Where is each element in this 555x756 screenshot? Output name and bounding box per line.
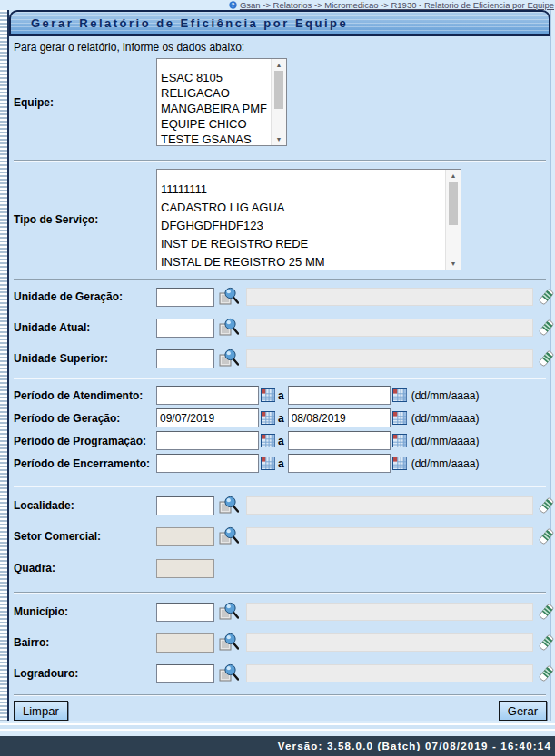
periodo-programacao-from-input[interactable] xyxy=(156,431,259,450)
search-icon[interactable] xyxy=(219,287,239,307)
tipo-servico-label: Tipo de Serviço: xyxy=(14,213,156,226)
bairro-input xyxy=(156,633,214,653)
municipio-label: Município: xyxy=(14,605,156,618)
range-separator: a xyxy=(278,457,284,470)
scrollbar[interactable]: ▲ ▼ xyxy=(271,59,286,145)
list-item[interactable]: 11111111 xyxy=(157,181,461,199)
list-item[interactable]: INST DE REGISTRO REDE xyxy=(157,235,461,253)
help-icon[interactable] xyxy=(229,1,237,9)
scroll-up-arrow[interactable]: ▲ xyxy=(446,170,461,182)
quadra-input xyxy=(156,559,214,578)
date-format-hint: (dd/mm/aaaa) xyxy=(411,412,480,425)
periodo-encerramento-row: Período de Encerramento: a (dd/mm/aaaa) xyxy=(9,452,550,475)
search-icon[interactable] xyxy=(219,496,239,515)
page-title-bar: Gerar Relatório de Eficiência por Equipe xyxy=(9,10,550,36)
setor-comercial-description xyxy=(246,527,533,545)
section-divider xyxy=(14,160,546,161)
list-item[interactable] xyxy=(157,170,461,181)
scroll-up-arrow[interactable]: ▲ xyxy=(272,59,286,71)
periodo-programacao-label: Período de Programação: xyxy=(14,435,156,447)
date-format-hint: (dd/mm/aaaa) xyxy=(411,457,480,470)
eraser-icon[interactable] xyxy=(539,527,554,546)
localidade-label: Localidade: xyxy=(14,499,156,512)
list-item[interactable]: EQUIPE CHICO xyxy=(157,116,286,132)
search-icon[interactable] xyxy=(219,318,239,338)
localidade-input[interactable] xyxy=(156,496,214,515)
search-icon[interactable] xyxy=(219,526,239,546)
periodo-encerramento-from-input[interactable] xyxy=(156,454,259,473)
calendar-icon[interactable] xyxy=(392,411,407,425)
equipe-listbox[interactable]: ESAC 8105 RELIGACAO MANGABEIRA PMF EQUIP… xyxy=(156,58,287,146)
limpar-button[interactable]: Limpar xyxy=(14,701,68,721)
periodo-encerramento-to-input[interactable] xyxy=(288,454,391,473)
list-item[interactable]: TESTE GSANAS xyxy=(157,132,286,146)
equipe-label: Equipe: xyxy=(14,96,156,109)
unidade-geracao-input[interactable] xyxy=(156,288,214,307)
scrollbar-thumb[interactable] xyxy=(449,182,458,225)
eraser-icon[interactable] xyxy=(539,496,554,515)
scrollbar-thumb[interactable] xyxy=(274,71,283,109)
logradouro-input[interactable] xyxy=(156,664,214,683)
search-icon[interactable] xyxy=(219,602,239,622)
list-item[interactable]: ESAC 8105 xyxy=(157,70,286,85)
eraser-icon[interactable] xyxy=(539,603,554,622)
eraser-icon[interactable] xyxy=(539,288,554,307)
unidade-superior-label: Unidade Superior: xyxy=(14,352,156,365)
list-item[interactable]: MANGABEIRA PMF xyxy=(157,101,286,116)
list-item[interactable]: RELIGACAO xyxy=(157,85,286,101)
search-icon[interactable] xyxy=(219,349,239,368)
equipe-row: Equipe: ESAC 8105 RELIGACAO MANGABEIRA P… xyxy=(9,57,550,147)
municipio-input[interactable] xyxy=(156,603,214,622)
setor-comercial-input xyxy=(156,527,214,546)
eraser-icon[interactable] xyxy=(539,664,554,683)
calendar-icon[interactable] xyxy=(392,434,407,447)
periodo-programacao-row: Período de Programação: a (dd/mm/aaaa) xyxy=(9,429,550,452)
bairro-description xyxy=(246,633,533,652)
tipo-servico-listbox[interactable]: 11111111 CADASTRO LIG AGUA DFGHGDFHDF123… xyxy=(156,169,461,270)
range-separator: a xyxy=(278,435,284,447)
gerar-button[interactable]: Gerar xyxy=(499,701,547,721)
periodo-atendimento-label: Período de Atendimento: xyxy=(14,389,156,402)
search-icon[interactable] xyxy=(219,663,239,683)
list-item[interactable]: INSTAL DE REGISTRO 25 MM xyxy=(157,253,461,270)
eraser-icon[interactable] xyxy=(539,319,554,338)
search-icon[interactable] xyxy=(219,633,239,653)
municipio-description xyxy=(246,603,533,621)
tipo-servico-row: Tipo de Serviço: 11111111 CADASTRO LIG A… xyxy=(9,168,550,271)
calendar-icon[interactable] xyxy=(392,457,407,470)
periodo-programacao-to-input[interactable] xyxy=(288,431,391,450)
list-item[interactable] xyxy=(157,59,286,70)
range-separator: a xyxy=(278,389,284,402)
unidade-atual-description xyxy=(246,319,533,337)
setor-comercial-row: Setor Comercial: xyxy=(9,521,550,552)
eraser-icon[interactable] xyxy=(539,349,554,368)
unidade-superior-input[interactable] xyxy=(156,349,214,368)
unidade-superior-row: Unidade Superior: xyxy=(9,343,550,374)
calendar-icon[interactable] xyxy=(261,411,275,425)
scrollbar[interactable]: ▲ ▼ xyxy=(445,170,461,270)
unidade-atual-input[interactable] xyxy=(156,319,214,338)
list-item[interactable]: CADASTRO LIG AGUA xyxy=(157,199,461,217)
calendar-icon[interactable] xyxy=(261,434,275,447)
periodo-atendimento-from-input[interactable] xyxy=(156,386,259,405)
date-format-hint: (dd/mm/aaaa) xyxy=(411,389,480,402)
periodo-geracao-to-input[interactable] xyxy=(288,408,391,427)
periodo-encerramento-label: Período de Encerramento: xyxy=(14,457,156,470)
left-decorative-stripe xyxy=(0,10,9,721)
calendar-icon[interactable] xyxy=(261,457,275,470)
calendar-icon[interactable] xyxy=(261,388,275,402)
range-separator: a xyxy=(278,412,284,425)
breadcrumb[interactable]: Gsan -> Relatorios -> Micromedicao -> R1… xyxy=(240,0,554,10)
periodo-geracao-from-input[interactable] xyxy=(156,408,259,427)
unidade-atual-label: Unidade Atual: xyxy=(14,321,156,334)
periodo-atendimento-row: Período de Atendimento: a (dd/mm/aaaa) xyxy=(9,384,550,407)
logradouro-label: Logradouro: xyxy=(14,667,156,680)
list-item[interactable]: DFGHGDFHDF123 xyxy=(157,217,461,235)
scroll-down-arrow[interactable]: ▼ xyxy=(446,258,461,270)
calendar-icon[interactable] xyxy=(392,388,407,402)
periodo-atendimento-to-input[interactable] xyxy=(288,386,391,405)
scroll-down-arrow[interactable]: ▼ xyxy=(272,133,286,145)
eraser-icon[interactable] xyxy=(539,633,554,653)
date-format-hint: (dd/mm/aaaa) xyxy=(411,435,480,447)
page-title: Gerar Relatório de Eficiência por Equipe xyxy=(11,16,348,30)
